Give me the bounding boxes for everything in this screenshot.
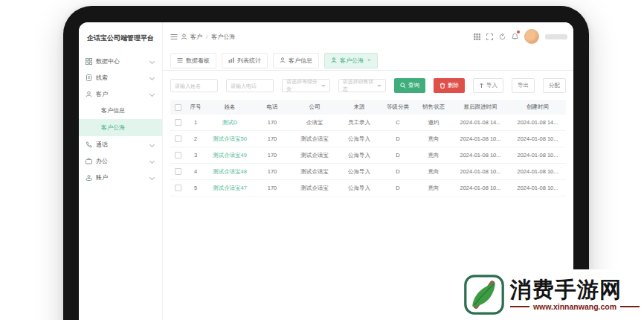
sidebar-item-label: 客户 xyxy=(96,90,108,98)
site-logo-icon xyxy=(463,274,505,316)
cell-name[interactable]: 测试企话宝49 xyxy=(206,147,254,164)
close-tab-icon[interactable]: × xyxy=(367,57,371,63)
cell-last_follow: 2024-01-08 10... xyxy=(451,180,509,196)
tab-customer-info[interactable]: 客户信息 xyxy=(273,53,319,68)
sidebar-item-label: 通话 xyxy=(96,141,108,149)
customer-icon xyxy=(181,33,187,40)
tab-list-statistics[interactable]: 列表统计 xyxy=(222,53,268,68)
sidebar-item-customer-pool[interactable]: 客户公海 xyxy=(79,119,162,136)
col-header-company: 公司 xyxy=(291,100,338,115)
row-select-cell xyxy=(170,131,185,147)
cell-grade: D xyxy=(380,147,416,164)
export-button-label: 导出 xyxy=(518,82,529,89)
row-checkbox[interactable] xyxy=(175,119,181,126)
col-header-status: 销售状态 xyxy=(416,100,451,115)
customer-icon xyxy=(86,91,92,97)
bell-icon[interactable] xyxy=(512,33,518,40)
search-button[interactable]: 查询 xyxy=(394,78,425,93)
chevron-down-icon xyxy=(149,58,155,63)
cell-phone: 170 xyxy=(254,147,291,164)
topbar: 客户 / 客户公海 xyxy=(163,22,573,51)
cell-name[interactable]: 测试企话宝47 xyxy=(206,180,254,196)
table-row: 1测试D170企话宝员工录入C邀约2024-01-08 14...2024-01… xyxy=(170,115,566,131)
sidebar-item-customers[interactable]: 客户 xyxy=(79,86,162,102)
row-select-cell xyxy=(170,164,185,180)
fullscreen-icon[interactable] xyxy=(486,33,493,40)
site-name: 消费手游网 xyxy=(510,278,640,301)
tab-bar: 数据看板 列表统计 客户信息 xyxy=(163,51,573,71)
sidebar-item-customer-info[interactable]: 客户信息 xyxy=(79,102,162,119)
collapse-sidebar-icon[interactable] xyxy=(170,33,178,40)
table-row: 5测试企话宝47170测试企话宝公海导入D意向2024-01-08 10...2… xyxy=(170,180,566,196)
cell-grade: D xyxy=(380,164,416,180)
cell-no: 3 xyxy=(185,147,206,164)
name-filter-input[interactable] xyxy=(170,79,218,92)
cell-source: 公海导入 xyxy=(338,164,380,180)
tab-label: 客户信息 xyxy=(289,57,312,65)
tab-label: 数据看板 xyxy=(186,57,210,65)
cell-created: 2024-01-08 10... xyxy=(509,164,566,180)
cell-company: 测试企话宝 xyxy=(291,131,338,147)
sidebar-item-label: 账户 xyxy=(96,173,108,182)
sidebar: 企话宝公司端管理平台 数据中心 线索 xyxy=(79,22,163,320)
chevron-down-icon xyxy=(377,85,381,87)
row-checkbox[interactable] xyxy=(175,135,181,142)
cell-status: 邀约 xyxy=(416,115,451,131)
sidebar-item-office[interactable]: 办公 xyxy=(79,153,162,169)
sidebar-item-leads[interactable]: 线索 xyxy=(79,69,162,86)
chevron-down-icon xyxy=(149,174,155,179)
chevron-down-icon xyxy=(149,74,155,80)
phone-icon xyxy=(86,141,92,148)
status-select[interactable]: 请选择销售状态 xyxy=(338,79,387,92)
tab-data-dashboard[interactable]: 数据看板 xyxy=(170,53,216,68)
breadcrumb-current: 客户公海 xyxy=(211,33,235,41)
cell-last_follow: 2024-01-08 10... xyxy=(451,147,509,164)
cell-status: 意向 xyxy=(416,147,451,164)
import-button[interactable]: 导入 xyxy=(473,78,503,93)
tab-label: 列表统计 xyxy=(237,57,261,65)
upload-arrow-icon xyxy=(479,83,484,89)
cell-source: 员工录入 xyxy=(338,115,380,131)
cell-phone: 170 xyxy=(254,164,291,180)
cell-source: 公海导入 xyxy=(338,147,380,164)
phone-filter-input[interactable] xyxy=(226,79,274,92)
user-avatar[interactable] xyxy=(524,29,539,44)
menu-grid-icon[interactable] xyxy=(474,33,480,40)
cell-source: 公海导入 xyxy=(338,131,380,147)
export-button[interactable]: 导出 xyxy=(512,78,535,93)
cell-no: 1 xyxy=(185,115,206,131)
refresh-icon[interactable] xyxy=(499,33,506,40)
customer-icon xyxy=(280,57,286,63)
table-row: 4测试企话宝48170测试企话宝公海导入D意向2024-01-08 10...2… xyxy=(170,164,566,180)
cell-status: 意向 xyxy=(416,180,451,196)
site-url: www.xinnanwang.com xyxy=(533,302,616,311)
row-checkbox[interactable] xyxy=(175,168,181,175)
assign-button[interactable]: 分配 xyxy=(543,78,566,93)
sidebar-item-label: 客户公海 xyxy=(101,124,125,132)
row-checkbox[interactable] xyxy=(175,185,181,191)
cell-name[interactable]: 测试企话宝50 xyxy=(206,131,254,147)
breadcrumb-root[interactable]: 客户 xyxy=(190,33,202,41)
cell-no: 2 xyxy=(185,131,206,147)
sidebar-item-label: 数据中心 xyxy=(96,57,120,65)
cell-name[interactable]: 测试D xyxy=(206,115,254,131)
table-body: 1测试D170企话宝员工录入C邀约2024-01-08 14...2024-01… xyxy=(170,115,566,196)
sidebar-item-account[interactable]: 账户 xyxy=(79,169,162,185)
cell-last_follow: 2024-01-08 10... xyxy=(451,131,509,147)
grade-select[interactable]: 请选择等级分类 xyxy=(282,79,330,92)
delete-button-label: 删除 xyxy=(448,82,459,89)
row-select-cell xyxy=(170,115,185,131)
app-title: 企话宝公司端管理平台 xyxy=(79,22,162,50)
delete-button[interactable]: 删除 xyxy=(434,78,465,93)
select-placeholder: 请选择销售状态 xyxy=(343,78,378,93)
sidebar-item-data-center[interactable]: 数据中心 xyxy=(79,53,162,69)
select-all-checkbox[interactable] xyxy=(175,104,181,111)
row-checkbox[interactable] xyxy=(175,152,181,159)
table-row: 3测试企话宝49170测试企话宝公海导入D意向2024-01-08 10...2… xyxy=(170,147,566,164)
filter-bar: 请选择等级分类 请选择销售状态 查询 xyxy=(170,78,566,93)
trash-icon xyxy=(439,83,445,89)
cell-last_follow: 2024-01-08 10... xyxy=(451,164,509,180)
tab-customer-pool[interactable]: 客户公海 × xyxy=(324,53,378,68)
sidebar-item-calls[interactable]: 通话 xyxy=(79,136,162,153)
cell-name[interactable]: 测试企话宝48 xyxy=(206,164,254,180)
